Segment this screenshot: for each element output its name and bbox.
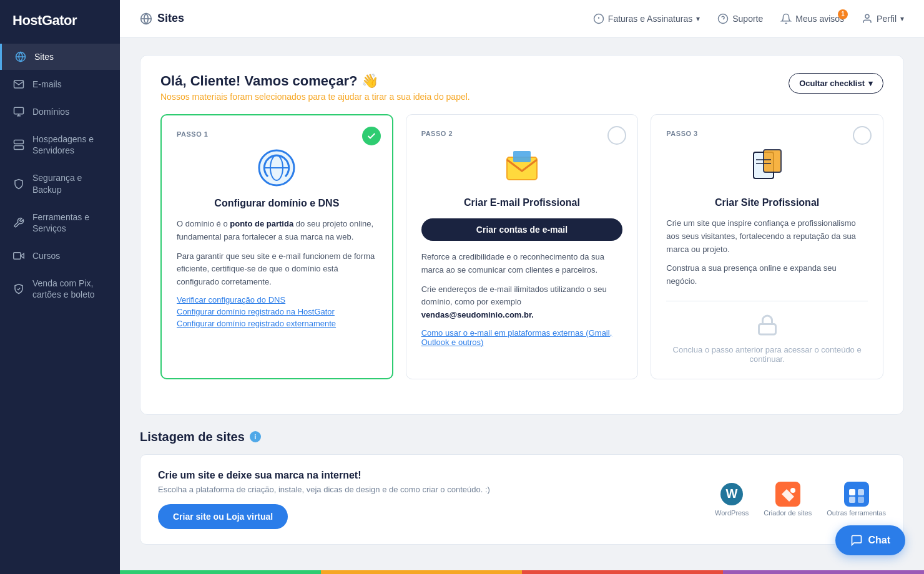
svg-rect-33: [844, 482, 869, 507]
card-3-desc2: Construa a sua presença online e expanda…: [666, 262, 868, 288]
sidebar-item-dominios[interactable]: Domínios: [0, 99, 120, 125]
checklist-section: Olá, Cliente! Vamos começar? 👋 Nossos ma…: [140, 55, 904, 415]
checklist-title: Olá, Cliente! Vamos começar? 👋: [160, 73, 470, 89]
header-title: Sites: [140, 12, 184, 25]
avisos-badge: 1: [838, 9, 848, 19]
card-1-check-done: [362, 127, 381, 145]
sidebar-label-cursos: Cursos: [32, 251, 60, 261]
svg-rect-34: [849, 489, 855, 495]
page-title: Sites: [157, 12, 184, 25]
card-2-step: PASSO 2: [421, 130, 623, 137]
sidebar-item-emails[interactable]: E-mails: [0, 71, 120, 97]
listing-card-left: Crie um site e deixe sua marca na intern…: [158, 470, 490, 529]
card-2-icon: [421, 147, 623, 187]
svg-rect-36: [849, 497, 855, 503]
sidebar-item-sites[interactable]: Sites: [0, 44, 120, 70]
sidebar-item-venda[interactable]: Venda com Pix, cartões e boleto: [0, 270, 120, 308]
card-3-step: PASSO 3: [666, 130, 868, 137]
svg-point-18: [865, 14, 869, 18]
sidebar-item-hospedagens[interactable]: Hospedagens e Servidores: [0, 126, 120, 163]
lock-icon: [756, 314, 779, 339]
hide-checklist-label: Ocultar checklist: [799, 79, 865, 88]
svg-rect-2: [14, 107, 24, 114]
card-1-link-3[interactable]: Configurar domínio registrado externamen…: [177, 319, 377, 328]
card-2-cta-button[interactable]: Criar contas de e-mail: [421, 218, 623, 241]
card-3-desc1: Crie um site que inspire confiança e pro…: [666, 217, 868, 256]
suporte-label: Suporte: [732, 14, 763, 24]
faturas-label: Faturas e Assinaturas: [608, 14, 692, 24]
svg-rect-35: [858, 489, 864, 495]
svg-rect-6: [14, 146, 24, 150]
sidebar-label-emails: E-mails: [32, 79, 62, 89]
sites-icon: [14, 51, 27, 62]
platform-outras-label: Outras ferramentas: [827, 509, 886, 517]
sidebar-item-seguranca[interactable]: Segurança e Backup: [0, 165, 120, 202]
sidebar-item-ferramentas[interactable]: Ferramentas e Serviços: [0, 204, 120, 241]
platform-criador[interactable]: Criador de sites: [764, 482, 812, 517]
listing-card-title: Crie um site e deixe sua marca na intern…: [158, 470, 490, 481]
card-3-check-pending: [853, 126, 872, 145]
card-2-desc1: Reforce a credibilidade e o reconhecimen…: [421, 251, 623, 277]
svg-rect-28: [759, 324, 775, 334]
checklist-subtitle: Nossos materiais foram selecionados para…: [160, 92, 470, 102]
svg-text:W: W: [726, 487, 738, 500]
listing-card-subtitle: Escolha a plataforma de criação, instale…: [158, 485, 490, 494]
svg-marker-9: [21, 253, 24, 258]
chat-label: Chat: [868, 535, 890, 546]
checklist-cards: PASSO 1 Configurar domínio e DNS: [160, 114, 883, 379]
platform-wordpress-label: WordPress: [715, 509, 749, 517]
card-1-title: Configurar domínio e DNS: [177, 198, 377, 209]
card-3-icon: [666, 147, 868, 187]
card-3-locked: Conclua o passo anterior para acessar o …: [666, 301, 868, 364]
sidebar-label-seguranca: Segurança e Backup: [32, 172, 107, 195]
svg-rect-23: [513, 151, 531, 162]
header-nav: Faturas e Assinaturas ▾ Suporte 1 Meus a…: [593, 13, 904, 24]
perfil-chevron: ▾: [900, 14, 904, 23]
hospedagens-icon: [12, 139, 25, 150]
faturas-chevron: ▾: [696, 14, 700, 23]
checklist-card-2: PASSO 2 Criar E-mail Profissional Criar …: [406, 114, 639, 379]
svg-rect-25: [764, 150, 781, 172]
app-logo: HostGator: [0, 0, 120, 44]
card-2-link[interactable]: Como usar o e-mail em plataformas extern…: [421, 328, 623, 347]
listing-card-right: W WordPress Criador de sites: [715, 482, 886, 517]
card-2-desc2: Crie endereços de e-mail ilimitados util…: [421, 283, 623, 322]
dominios-icon: [12, 106, 25, 117]
card-3-locked-text: Conclua o passo anterior para acessar o …: [666, 345, 868, 364]
avisos-nav-item[interactable]: 1 Meus avisos: [780, 13, 844, 24]
listing-title-text: Listagem de sites: [140, 430, 245, 444]
info-icon: i: [250, 431, 261, 442]
card-1-step: PASSO 1: [177, 130, 377, 138]
sidebar-item-cursos[interactable]: Cursos: [0, 243, 120, 269]
card-1-icon: [177, 148, 377, 188]
create-site-button[interactable]: Criar site ou Loja virtual: [158, 504, 288, 529]
card-2-title: Criar E-mail Profissional: [421, 197, 623, 208]
listing-section: Listagem de sites i Crie um site e deixe…: [140, 430, 904, 545]
venda-icon: [12, 283, 25, 294]
card-1-link-1[interactable]: Verificar configuração do DNS: [177, 295, 377, 304]
content-area: Olá, Cliente! Vamos começar? 👋 Nossos ma…: [120, 37, 924, 570]
sidebar-label-ferramentas: Ferramentas e Serviços: [32, 212, 107, 234]
bottom-bar: [120, 570, 924, 574]
platform-wordpress[interactable]: W WordPress: [715, 482, 749, 517]
svg-rect-5: [14, 140, 24, 144]
platform-outras[interactable]: Outras ferramentas: [827, 482, 886, 517]
hide-checklist-button[interactable]: Ocultar checklist ▾: [789, 73, 883, 94]
chat-button[interactable]: Chat: [835, 525, 905, 555]
section-title: Listagem de sites i: [140, 430, 904, 444]
avisos-label: Meus avisos: [795, 14, 844, 24]
svg-rect-10: [14, 253, 21, 260]
emails-icon: [12, 79, 25, 90]
checklist-card-1: PASSO 1 Configurar domínio e DNS: [160, 114, 393, 379]
card-1-link-2[interactable]: Configurar domínio registrado na HostGat…: [177, 307, 377, 316]
card-3-title: Criar Site Profissional: [666, 197, 868, 208]
cursos-icon: [12, 250, 25, 261]
faturas-nav-item[interactable]: Faturas e Assinaturas ▾: [593, 13, 700, 24]
sidebar-label-hospedagens: Hospedagens e Servidores: [32, 134, 107, 156]
card-2-check-pending: [607, 126, 626, 145]
platform-criador-label: Criador de sites: [764, 509, 812, 517]
suporte-nav-item[interactable]: Suporte: [717, 13, 763, 24]
sidebar: HostGator Sites E-mails Domínios Hospeda…: [0, 0, 120, 574]
perfil-nav-item[interactable]: Perfil ▾: [862, 13, 904, 24]
sidebar-label-sites: Sites: [34, 52, 54, 62]
